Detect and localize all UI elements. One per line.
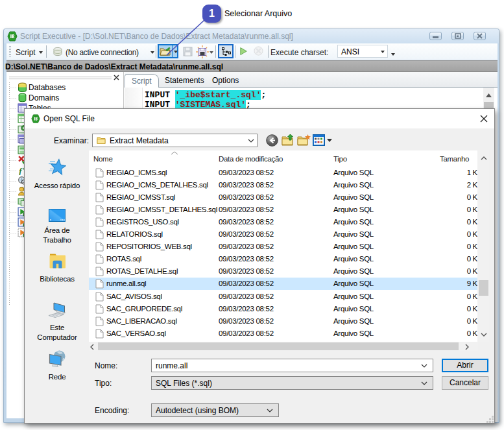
svg-text:f: f xyxy=(19,167,23,175)
